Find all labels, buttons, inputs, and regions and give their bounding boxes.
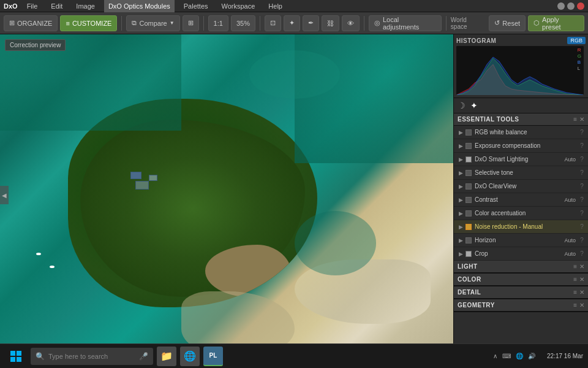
help-icon[interactable]: ? [578, 183, 586, 190]
tool-row-color-accent[interactable]: ▶ Color accentuation ? [454, 207, 588, 220]
retouch-button[interactable]: ✦ [284, 15, 300, 31]
hist-g-label[interactable]: G [578, 53, 581, 59]
color-title: COLOR [458, 276, 481, 283]
right-panel: HISTOGRAM RGB [453, 34, 588, 356]
minimize-button[interactable] [557, 2, 565, 10]
panel-toggle-left[interactable]: ◀ [0, 186, 9, 204]
moon-icon[interactable]: ☽ [458, 101, 466, 110]
light-section: LIGHT ≡ ✕ [454, 261, 588, 274]
menu-image[interactable]: Image [72, 0, 99, 12]
tool-row-exposure[interactable]: ▶ Exposure compensation ? [454, 139, 588, 153]
toolbar: ⊞ ORGANIZE ≡ CUSTOMIZE ⧉ Compare ▼ ⊞ 1:1… [0, 12, 588, 34]
tool-checkbox[interactable] [466, 143, 472, 149]
network-icon[interactable]: 🌐 [516, 353, 523, 359]
menu-help[interactable]: Help [264, 0, 287, 12]
svg-rect-5 [17, 351, 21, 356]
tool-checkbox[interactable] [466, 170, 472, 176]
close-icon[interactable]: ✕ [579, 263, 584, 270]
help-icon[interactable]: ? [578, 156, 586, 163]
organize-button[interactable]: ⊞ ORGANIZE [4, 15, 58, 31]
tool-checkbox[interactable] [466, 197, 472, 203]
taskbar-search[interactable]: 🔍 Type here to search 🎤 [31, 348, 153, 365]
titlebar: DxO File Edit Image DxO Optics Modules P… [0, 0, 588, 12]
tool-row-clearview[interactable]: ▶ DxO ClearView ? [454, 180, 588, 193]
zoom-fit-button[interactable]: 1:1 [208, 15, 228, 31]
menu-icon[interactable]: ≡ [573, 302, 577, 309]
mic-icon[interactable]: 🎤 [139, 352, 148, 361]
color-section: COLOR ≡ ✕ [454, 274, 588, 286]
help-icon[interactable]: ? [578, 142, 586, 149]
menu-workspace[interactable]: Workspace [217, 0, 260, 12]
menu-palettes[interactable]: Palettes [179, 0, 213, 12]
volume-icon[interactable]: 🔊 [528, 353, 535, 359]
hist-r-label[interactable]: R [578, 47, 581, 53]
tool-checkbox[interactable] [466, 237, 472, 243]
apply-preset-button[interactable]: ⬡ Apply preset [528, 15, 584, 31]
menu-icon[interactable]: ≡ [573, 276, 577, 283]
taskbar-browser[interactable]: 🌐 [180, 347, 200, 366]
help-icon[interactable]: ? [578, 223, 586, 230]
menu-icon[interactable]: ≡ [573, 263, 577, 270]
help-icon[interactable]: ? [578, 129, 586, 136]
menu-file[interactable]: File [23, 0, 42, 12]
reset-button[interactable]: ↺ Reset [489, 15, 526, 31]
essential-tools-header[interactable]: ESSENTIAL TOOLS ≡ ✕ [454, 113, 588, 126]
color-header[interactable]: COLOR ≡ ✕ [454, 274, 588, 286]
sep2 [203, 16, 204, 31]
tool-checkbox[interactable] [466, 210, 472, 217]
tool-checkbox[interactable] [466, 183, 472, 190]
customize-button[interactable]: ≡ CUSTOMIZE [60, 15, 117, 31]
menu-dxo-optics[interactable]: DxO Optics Modules [104, 0, 175, 12]
view-grid-button[interactable]: ⊞ [183, 15, 199, 31]
local-adj-button[interactable]: ◎ Local adjustments [369, 15, 442, 31]
link-button[interactable]: ⛓ [322, 15, 339, 31]
menu-edit[interactable]: Edit [47, 0, 67, 12]
correction-preview-badge[interactable]: Correction preview [5, 39, 66, 51]
zoom-pct-button[interactable]: 35% [231, 15, 255, 31]
geometry-header[interactable]: GEOMETRY ≡ ✕ [454, 299, 588, 312]
tool-row-contrast[interactable]: ▶ Contrast Auto ? [454, 193, 588, 207]
menu-icon[interactable]: ≡ [573, 116, 577, 123]
compare-button[interactable]: ⧉ Compare ▼ [126, 15, 179, 31]
close-icon[interactable]: ✕ [579, 276, 584, 283]
close-icon[interactable]: ✕ [579, 302, 584, 309]
sun-icon[interactable]: ✦ [470, 101, 478, 110]
detail-header[interactable]: DETAIL ≡ ✕ [454, 286, 588, 299]
taskbar-dxo-app[interactable]: PL [203, 347, 223, 366]
tool-row-smart-lighting[interactable]: ▶ DxO Smart Lighting Auto ? [454, 153, 588, 166]
help-icon[interactable]: ? [578, 210, 586, 217]
maximize-button[interactable] [567, 2, 575, 10]
close-icon[interactable]: ✕ [579, 289, 584, 296]
app-logo: DxO [4, 2, 18, 10]
tool-checkbox[interactable] [466, 251, 472, 257]
keyboard-icon[interactable]: ⌨ [502, 353, 511, 359]
help-icon[interactable]: ? [578, 237, 586, 243]
tool-row-crop[interactable]: ▶ Crop Auto ? [454, 247, 588, 261]
taskbar-file-explorer[interactable]: 📁 [157, 347, 176, 366]
menu-icon[interactable]: ≡ [573, 289, 577, 296]
histogram-rgb-button[interactable]: RGB [567, 37, 586, 44]
help-icon[interactable]: ? [578, 169, 586, 176]
tool-checkbox[interactable] [466, 224, 472, 230]
help-icon[interactable]: ? [578, 250, 586, 257]
tool-row-selective-tone[interactable]: ▶ Selective tone ? [454, 166, 588, 180]
eye-button[interactable]: 👁 [342, 15, 360, 31]
hist-b-label[interactable]: B [578, 59, 581, 65]
tools-panel[interactable]: ESSENTIAL TOOLS ≡ ✕ ▶ RGB white balance … [454, 113, 588, 356]
close-section-icon[interactable]: ✕ [579, 116, 584, 123]
tool-label: Color accentuation [475, 210, 576, 217]
close-button[interactable] [577, 2, 584, 10]
hist-l-label[interactable]: L [578, 66, 581, 71]
light-header[interactable]: LIGHT ≡ ✕ [454, 261, 588, 273]
tool-checkbox[interactable] [466, 156, 472, 163]
tool-row-horizon[interactable]: ▶ Horizon Auto ? [454, 234, 588, 247]
tool-row-rgb-wb[interactable]: ▶ RGB white balance ? [454, 126, 588, 139]
tool-row-noise-reduction[interactable]: ▶ Noise reduction - Manual ? [454, 220, 588, 234]
help-icon[interactable]: ? [578, 196, 586, 203]
start-button[interactable] [5, 345, 27, 367]
tool-checkbox[interactable] [466, 129, 472, 136]
tool-label: Exposure compensation [475, 142, 576, 149]
pen-button[interactable]: ✒ [303, 15, 319, 31]
crop-tool-button[interactable]: ⊡ [265, 15, 281, 31]
image-area[interactable]: Correction preview ◀ [0, 34, 453, 356]
